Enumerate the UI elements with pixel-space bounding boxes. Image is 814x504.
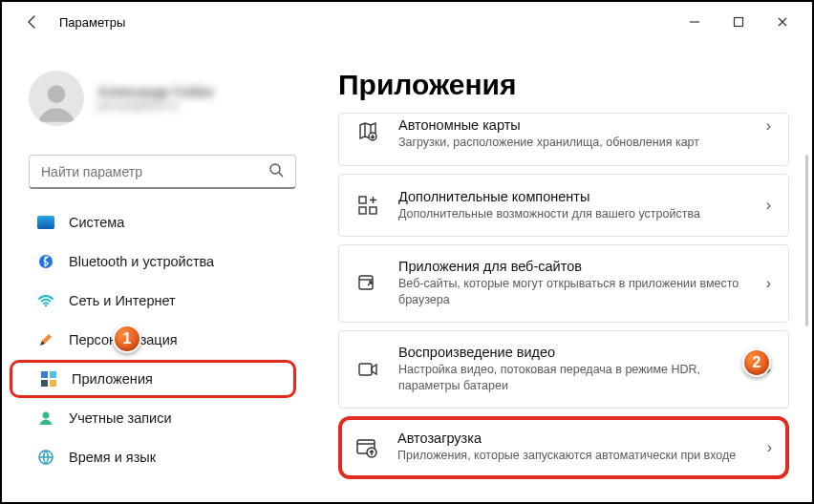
- card-title: Автономные карты: [398, 117, 749, 133]
- svg-rect-16: [370, 207, 376, 214]
- card-offline-maps[interactable]: Автономные карты Загрузки, расположение …: [338, 113, 789, 166]
- maximize-button[interactable]: [717, 7, 760, 37]
- avatar: [29, 71, 84, 126]
- sidebar-item-label: Сеть и Интернет: [69, 293, 176, 308]
- callout-2: 2: [742, 348, 771, 377]
- globe-icon: [36, 448, 55, 467]
- profile-email: privsob@first-ru: [97, 99, 214, 113]
- window-controls: [673, 7, 804, 37]
- svg-rect-7: [41, 371, 48, 378]
- svg-point-11: [43, 412, 50, 419]
- svg-rect-15: [359, 207, 366, 214]
- callout-1: 1: [113, 325, 141, 353]
- minimize-button[interactable]: [673, 7, 717, 37]
- svg-rect-1: [735, 18, 743, 27]
- card-title: Приложения для веб-сайтов: [398, 259, 749, 274]
- chevron-right-icon: ›: [767, 439, 772, 456]
- sidebar-item-system[interactable]: Система: [10, 203, 296, 242]
- svg-point-2: [48, 85, 66, 103]
- svg-rect-14: [359, 197, 366, 203]
- page-title: Приложения: [338, 69, 789, 101]
- account-profile[interactable]: Александр Собко privsob@first-ru: [2, 42, 311, 147]
- back-button[interactable]: [21, 10, 44, 33]
- sidebar-item-apps[interactable]: Приложения: [10, 360, 296, 398]
- svg-rect-8: [50, 371, 56, 378]
- chevron-right-icon: ›: [766, 275, 771, 292]
- card-apps-for-websites[interactable]: Приложения для веб-сайтов Веб-сайты, кот…: [338, 244, 789, 323]
- sidebar-item-network[interactable]: Сеть и Интернет: [10, 282, 296, 320]
- card-title: Дополнительные компоненты: [398, 189, 749, 204]
- svg-rect-10: [50, 380, 56, 387]
- sidebar-item-label: Приложения: [72, 371, 153, 387]
- svg-line-4: [279, 173, 283, 177]
- card-desc: Настройка видео, потоковая передача в ре…: [398, 362, 749, 394]
- title-bar: Параметры: [2, 2, 812, 42]
- card-desc: Приложения, которые запускаются автомати…: [397, 448, 750, 464]
- profile-name: Александр Собко: [97, 84, 214, 99]
- map-icon: [354, 117, 381, 144]
- startup-icon: [353, 434, 380, 461]
- grid-plus-icon: [354, 192, 381, 219]
- bluetooth-icon: [36, 252, 55, 271]
- close-button[interactable]: [760, 7, 804, 37]
- sidebar: Александр Собко privsob@first-ru Система…: [2, 42, 317, 502]
- search-box[interactable]: [29, 155, 296, 189]
- chevron-right-icon: ›: [766, 197, 771, 214]
- sidebar-item-label: Система: [69, 215, 124, 230]
- sidebar-item-label: Время и язык: [69, 450, 156, 465]
- card-desc: Загрузки, расположение хранилища, обновл…: [398, 135, 749, 151]
- card-title: Автозагрузка: [397, 430, 750, 446]
- apps-icon: [39, 369, 58, 388]
- card-startup[interactable]: Автозагрузка Приложения, которые запуска…: [338, 416, 789, 479]
- svg-point-6: [45, 304, 47, 306]
- chevron-right-icon: ›: [766, 117, 771, 135]
- nav-list: Система Bluetooth и устройства Сеть и Ин…: [2, 202, 311, 502]
- card-optional-features[interactable]: Дополнительные компоненты Дополнительные…: [338, 174, 789, 237]
- main-panel: Приложения Автономные карты Загрузки, ра…: [317, 42, 812, 502]
- wifi-icon: [36, 291, 55, 310]
- search-icon: [268, 162, 284, 181]
- svg-rect-18: [359, 364, 372, 375]
- sidebar-item-label: Bluetooth и устройства: [69, 254, 214, 269]
- video-icon: [354, 356, 381, 383]
- search-input[interactable]: [41, 164, 268, 179]
- sidebar-item-label: Учетные записи: [69, 410, 172, 426]
- sidebar-item-accounts[interactable]: Учетные записи: [10, 399, 296, 437]
- brush-icon: [36, 330, 55, 349]
- sidebar-item-time-language[interactable]: Время и язык: [10, 438, 296, 476]
- cards-list: Автономные карты Загрузки, расположение …: [338, 113, 789, 498]
- app-link-icon: [354, 270, 381, 297]
- card-desc: Дополнительные возможности для вашего ус…: [398, 206, 749, 222]
- sidebar-item-personalization[interactable]: Персонализация 1: [10, 321, 296, 359]
- card-video-playback[interactable]: Воспроизведение видео Настройка видео, п…: [338, 330, 789, 409]
- card-title: Воспроизведение видео: [398, 345, 749, 360]
- system-icon: [36, 213, 55, 232]
- svg-rect-9: [41, 380, 48, 387]
- svg-point-3: [270, 164, 280, 174]
- profile-text: Александр Собко privsob@first-ru: [97, 84, 214, 113]
- card-desc: Веб-сайты, которые могут открываться в п…: [398, 276, 749, 308]
- sidebar-item-bluetooth[interactable]: Bluetooth и устройства: [10, 242, 296, 281]
- account-icon: [36, 409, 55, 428]
- scrollbar[interactable]: [805, 155, 808, 326]
- window-title: Параметры: [59, 15, 125, 30]
